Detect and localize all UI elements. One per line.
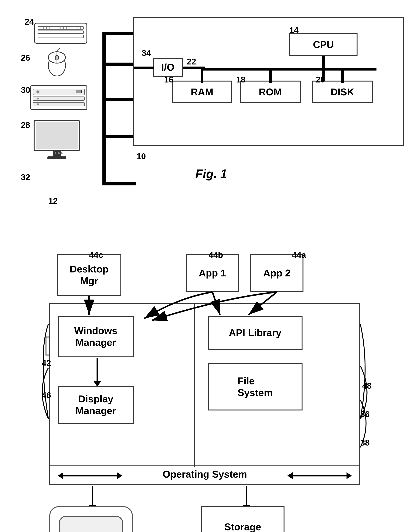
svg-rect-36	[55, 152, 56, 153]
svg-rect-33	[36, 122, 78, 149]
svg-point-38	[61, 152, 63, 154]
io-h-bus	[183, 66, 205, 69]
os-label-bar: Operating System	[50, 466, 359, 484]
ref-24: 24	[25, 17, 34, 27]
ref-42: 42	[42, 358, 51, 368]
ref-32: 32	[21, 172, 30, 182]
svg-rect-26	[33, 97, 84, 101]
ram-v-drop	[201, 68, 203, 83]
ref-16: 16	[164, 75, 173, 84]
app2-box: App 2	[250, 254, 304, 292]
ref-30: 30	[21, 85, 30, 95]
fig1-diagram: 24	[15, 11, 396, 229]
keyboard-icon	[34, 23, 87, 44]
storage-devices-box: StorageDevices	[201, 506, 285, 532]
bus-line-nic	[102, 182, 136, 185]
ram-label: RAM	[191, 86, 213, 98]
svg-point-37	[58, 152, 60, 154]
api-library-label: API Library	[229, 327, 281, 338]
desktop-mgr-box: DesktopMgr	[57, 254, 121, 296]
ref-38: 38	[360, 438, 370, 447]
ref-12: 12	[48, 196, 58, 206]
storage-devices-label: StorageDevices	[224, 521, 262, 532]
bus-line-mouse	[102, 63, 136, 66]
display-manager-label: DisplayManager	[76, 393, 116, 417]
svg-rect-23	[55, 56, 58, 60]
file-system-label: FileSystem	[238, 375, 273, 399]
svg-rect-28	[76, 90, 82, 93]
ref-34: 34	[142, 48, 151, 58]
bus-line-disk	[102, 98, 136, 101]
rom-v-drop	[269, 68, 272, 83]
disk-v-drop	[341, 68, 344, 83]
fig2-diagram: DesktopMgr 44c App 1 44b App 2 44a Windo…	[15, 248, 396, 532]
svg-rect-35	[48, 156, 66, 159]
diskdrive-icon	[30, 85, 87, 110]
ref-10: 10	[137, 152, 146, 161]
io-label: I/O	[161, 62, 174, 73]
ram-box: RAM	[172, 81, 232, 103]
file-system-box: FileSystem	[208, 363, 303, 410]
cpu-label: CPU	[313, 39, 334, 50]
svg-point-30	[37, 98, 39, 100]
windows-manager-label: WindowsManager	[74, 325, 117, 349]
app1-label: App 1	[199, 267, 226, 279]
api-library-box: API Library	[208, 316, 303, 350]
svg-rect-27	[33, 102, 84, 106]
os-main-box: WindowsManager API Library DisplayManage…	[49, 303, 360, 485]
cpu-box: CPU	[289, 33, 357, 56]
os-bar-label: Operating System	[162, 468, 247, 480]
ref-44c: 44c	[89, 250, 103, 260]
io-ext-bus	[134, 66, 154, 69]
ref-22: 22	[187, 57, 196, 66]
rom-box: ROM	[240, 81, 301, 103]
bus-line-keyboard	[102, 32, 136, 35]
bus-line-monitor	[102, 135, 136, 138]
ref-46: 46	[42, 390, 51, 400]
ref-14: 14	[289, 26, 298, 35]
ref-36: 36	[360, 409, 370, 419]
ref-44a: 44a	[292, 250, 306, 260]
rom-label: ROM	[259, 86, 282, 98]
ref-26: 26	[21, 53, 30, 63]
vertical-bus-left	[102, 32, 106, 185]
monitor-fig1-icon	[32, 119, 85, 161]
ref-28-fig1: 28	[21, 120, 30, 130]
app1-box: App 1	[186, 254, 239, 292]
windows-manager-box: WindowsManager	[58, 316, 134, 357]
svg-point-29	[36, 90, 39, 94]
monitor-fig2	[49, 506, 133, 532]
ref-18: 18	[236, 75, 245, 84]
ref-48: 48	[362, 381, 372, 390]
fig1-caption: Fig. 1	[195, 167, 227, 181]
desktop-mgr-label: DesktopMgr	[70, 263, 108, 287]
ref-44b: 44b	[209, 250, 223, 260]
disk-label: DISK	[331, 86, 354, 98]
display-manager-box: DisplayManager	[58, 386, 134, 424]
system-box: CPU I/O RAM ROM DISK 14 16 18 20 22	[133, 17, 404, 146]
svg-point-31	[37, 103, 39, 105]
mouse-icon	[46, 48, 68, 75]
app2-label: App 2	[263, 267, 291, 279]
arrow-wm-dm	[94, 358, 101, 387]
h-main-bus	[202, 68, 376, 71]
svg-rect-0	[35, 23, 87, 43]
io-box: I/O	[153, 58, 183, 77]
v-divider	[194, 304, 195, 467]
